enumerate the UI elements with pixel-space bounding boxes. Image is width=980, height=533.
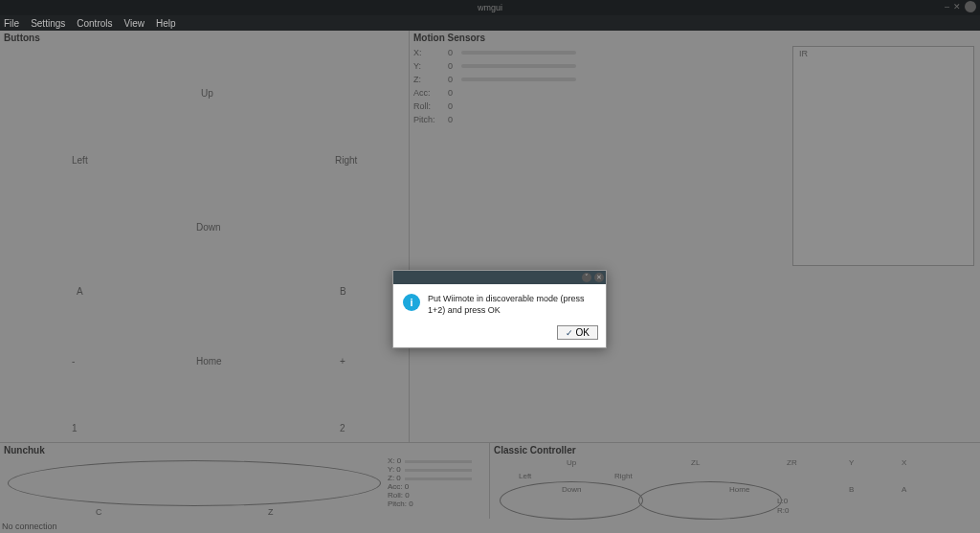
menubar: File Settings Controls View Help bbox=[0, 15, 980, 31]
info-icon: i bbox=[403, 294, 420, 311]
menu-file[interactable]: File bbox=[4, 18, 19, 29]
info-dialog: ˅ ✕ i Put Wiimote in discoverable mode (… bbox=[392, 270, 607, 348]
minimize-icon[interactable]: – bbox=[945, 2, 949, 11]
menu-controls[interactable]: Controls bbox=[77, 18, 112, 29]
menu-settings[interactable]: Settings bbox=[31, 18, 65, 29]
desktop-topbar: wmgui – ✕ bbox=[0, 0, 980, 15]
dialog-rolldown-icon[interactable]: ˅ bbox=[582, 273, 591, 282]
menu-help[interactable]: Help bbox=[156, 18, 176, 29]
dialog-close-icon[interactable]: ✕ bbox=[594, 273, 604, 282]
window-title: wmgui bbox=[478, 3, 502, 12]
menu-view[interactable]: View bbox=[124, 18, 145, 29]
close-icon[interactable]: ✕ bbox=[953, 2, 961, 11]
dialog-message: Put Wiimote in discoverable mode (press … bbox=[428, 294, 596, 316]
ok-button[interactable]: ✓ OK bbox=[557, 325, 598, 340]
ok-label: OK bbox=[576, 327, 590, 338]
check-icon: ✓ bbox=[566, 328, 573, 338]
avatar[interactable] bbox=[965, 1, 976, 12]
dialog-titlebar: ˅ ✕ bbox=[393, 271, 606, 284]
app-area: Buttons Up Left Right Down A B - Home + … bbox=[0, 31, 980, 533]
